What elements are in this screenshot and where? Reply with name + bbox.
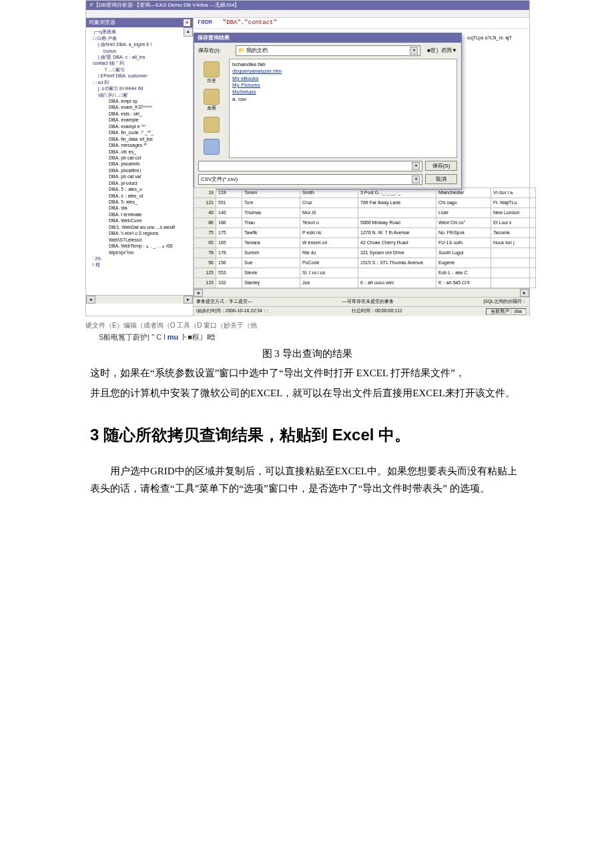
object-browser-title: 对象浏览器 (89, 19, 115, 26)
tree-item[interactable]: DBA. pb cat col (89, 155, 192, 161)
places-item[interactable] (198, 117, 225, 133)
scroll-right-button[interactable]: ▸ (184, 296, 193, 304)
tree-item[interactable]: DBA. t erminate (89, 211, 192, 218)
file-item[interactable]: My Pictures (232, 82, 454, 89)
tree-item[interactable]: DBA. fin_data ·ef_list (89, 136, 192, 142)
tree-item[interactable]: DBA. 5：ales_o (89, 186, 192, 192)
table-row[interactable]: 19119TommSmith3 Post G..._._.__. _Mianch… (194, 188, 536, 198)
table-row[interactable]: 78178SureshRai du321 Sycam ore DriveSout… (194, 248, 536, 258)
table-cell: Eub L：ake C (436, 268, 491, 278)
scroll-right-button[interactable]: ▸ (520, 289, 529, 297)
file-list[interactable]: bchandike.fahdbqueryanalyzer.htmMy eBook… (229, 59, 457, 158)
filename-input[interactable]: ▾ (198, 161, 422, 171)
table-cell: New London (491, 208, 536, 218)
file-item[interactable]: a. csv (232, 96, 454, 103)
chevron-down-icon[interactable]: ▾ (412, 175, 420, 183)
tree-item[interactable]: DBA. pl·oduct (89, 180, 192, 186)
menubar (86, 10, 529, 19)
tree-item[interactable]: DBA. s：ales_ot (89, 193, 192, 199)
tree-item[interactable]: DBA. sta (89, 205, 192, 211)
tree-item[interactable]: ┌─q系统表 (89, 29, 192, 35)
scroll-left-button[interactable]: ◂ (86, 296, 95, 304)
tree-item[interactable]: DBA. pbcatmfc (89, 161, 192, 167)
tree-item[interactable]: j .s·D索引 EI·IHHH IM (89, 85, 192, 91)
background-fragments: cojTLps u?L5i_rs: ajT (467, 35, 528, 43)
tree-item[interactable]: i EPimrf DBA. customer (89, 73, 192, 79)
close-icon[interactable]: × (184, 19, 190, 26)
tree-item[interactable]: contact !由 " 列 (89, 60, 192, 66)
chevron-down-icon[interactable]: ▾ (410, 47, 418, 55)
tree-item[interactable]: DBA. ofc es_ (89, 149, 192, 155)
table-cell: 140 (216, 208, 242, 218)
file-item[interactable]: MySetups (232, 89, 454, 95)
tree-item[interactable]: DBA. example (89, 117, 192, 123)
scroll-up-button[interactable]: ▴ (184, 27, 193, 37)
table-cell: 186 (216, 218, 242, 228)
table-cell: 175 (216, 228, 242, 238)
save-button[interactable]: 保存(S) (425, 161, 457, 171)
tree-item[interactable]: DBA. pbcatfmt l (89, 167, 192, 173)
table-cell: 1515 S：STL Thomas Avenue (358, 258, 436, 268)
tree-item[interactable]: ？…□索引 (89, 67, 192, 73)
table-row[interactable]: 86186ThaoTenori o5000 Midway RoadWest Ch… (194, 218, 536, 228)
tree-item[interactable]: DBA. \\ ebH o S regions (89, 230, 192, 236)
table-cell: 789 Far Away Lane (358, 198, 436, 208)
tree-item[interactable]: i 程 (89, 262, 192, 268)
app-window: F【DB查询分析器·【查询—EAS Demo DB V4dba —无标JS4】 … (85, 0, 530, 316)
chevron-down-icon[interactable]: ▾ (412, 162, 420, 170)
table-cell: Tawfik (242, 228, 300, 238)
places-item[interactable]: 历史 (198, 61, 225, 83)
places-label: 历史 (207, 78, 216, 83)
places-bar: 历史桌面 (198, 59, 225, 158)
file-item[interactable]: bchandike.fah (232, 61, 454, 68)
tree-item[interactable]: DBA. fin_code ‑⁵ _¹⁵_ (89, 129, 192, 135)
tree-item[interactable]: DBA. WebTemp : ₁. . _ . . ₁ ₇00 (89, 243, 192, 249)
tree-item[interactable]: DBA. messages ¹⁵ (89, 142, 192, 148)
table-row[interactable]: 121551TomCruz789 Far Away LaneChi cagoFt… (194, 198, 536, 208)
tree-item[interactable]: DBA. empl oy (89, 98, 192, 104)
cancel-button[interactable]: 取消 (425, 174, 457, 184)
tree-item[interactable]: ' 29- (89, 256, 192, 262)
tree-item[interactable]: | 由"匪 DBA. c：all_tra (89, 54, 192, 60)
table-cell: Tom (242, 198, 300, 208)
tree-item[interactable]: : : sd 列 (89, 79, 192, 85)
table-row[interactable]: 75175TawfikP eski ns1270 N. W. 7 th Aven… (194, 228, 536, 238)
places-item[interactable] (198, 139, 225, 155)
places-item[interactable]: 桌面 (198, 89, 225, 111)
type-combo[interactable]: CSV文件(*.csv) ▾ (198, 174, 422, 185)
table-row[interactable]: 123553StevieSi. t xo.i usEub L：ake C (194, 268, 536, 278)
tree-hscroll[interactable]: ◂ ▸ (86, 295, 193, 304)
object-tree[interactable]: ┌─q系统表□ Cl用·户表| 由³iHn! DBA. a_bigint E !… (86, 27, 193, 270)
object-browser-panel: 对象浏览器 × ▴ ┌─q系统表□ Cl用·户表| 由³iHn! DBA. a_… (86, 18, 194, 316)
table-cell: Cruz (300, 198, 358, 208)
tree-item[interactable]: | 由³iHn! DBA. a_bigint E ! (89, 41, 192, 47)
tree-item[interactable]: WpbVpr°inn (89, 250, 192, 256)
tree-item[interactable]: DBA. 5: ales_ (89, 199, 192, 205)
table-cell: Tenori o (300, 218, 358, 228)
table-row[interactable]: 56156SuePuCode1515 S：STL Thomas AvenueEu… (194, 258, 536, 268)
table-cell: No. FthSpok (436, 228, 491, 238)
scroll-left-button[interactable]: ◂ (194, 289, 203, 297)
tree-item[interactable]: bonus (89, 48, 192, 54)
table-cell: Jue (300, 278, 358, 288)
tree-item[interactable]: Web\STLelessd (89, 237, 192, 243)
file-item[interactable]: My eBooks (232, 75, 454, 82)
file-item[interactable]: dbqueryanalyzer.htm (232, 68, 454, 75)
table-cell: 156 (216, 258, 242, 268)
tree-item[interactable]: DB/1. WebDat ws unu ...s wesill (89, 224, 192, 230)
tree-item[interactable]: DBA. WebConn (89, 218, 192, 224)
tree-item[interactable]: !由"□列 !...□索' (89, 92, 192, 98)
save-in-combo[interactable]: 📁 我的文档 ▾ (236, 45, 420, 56)
tree-item[interactable]: DBA. exampl e ⁰⁰ (89, 123, 192, 129)
tree-item[interactable]: □ Cl用·户表 (89, 35, 192, 41)
result-grid[interactable]: 19119TommSmith3 Post G..._._.__. _Mianch… (194, 187, 529, 316)
table-row[interactable]: 40140ThomasMor-iSLiuleNew London (194, 208, 536, 218)
grid-scrollbar[interactable]: ◂ ▸ (194, 288, 529, 297)
tree-item[interactable]: DBA. pb cat val (89, 173, 192, 179)
table-row[interactable]: 115332StanleyJue6：art uuco wircK：arl.5a5… (194, 278, 536, 288)
table-row[interactable]: 65165TamaraW enserl.on42 Choke Cherry Ro… (194, 238, 536, 248)
tree-item[interactable]: DBA. exam_K37^^^^ (89, 104, 192, 110)
type-value: CSV文件(*.csv) (201, 176, 238, 183)
tree-item[interactable]: DBA. ests : sirl_ (89, 111, 192, 117)
table-cell: Chi cago (436, 198, 491, 208)
